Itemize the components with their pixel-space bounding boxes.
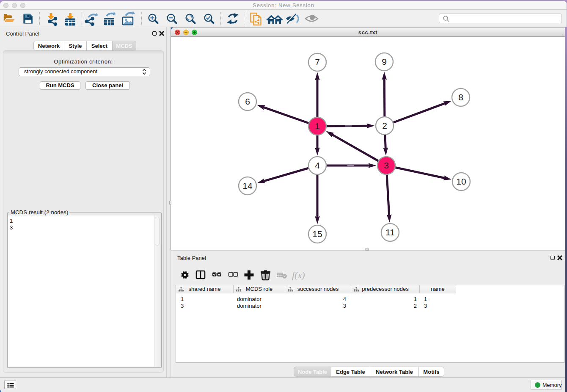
svg-text:9: 9 [382,57,387,66]
svg-text:11: 11 [385,227,395,237]
svg-text:6: 6 [245,97,250,106]
svg-text:3: 3 [384,160,389,170]
svg-text:15: 15 [312,229,322,239]
svg-text:f(x): f(x) [292,270,305,280]
svg-text:10: 10 [456,177,466,186]
svg-text:4: 4 [315,160,320,170]
svg-text:2: 2 [382,121,387,130]
svg-text:7: 7 [315,57,320,67]
svg-text:8: 8 [458,92,463,102]
svg-text:14: 14 [242,181,253,190]
svg-text:1: 1 [315,121,320,131]
